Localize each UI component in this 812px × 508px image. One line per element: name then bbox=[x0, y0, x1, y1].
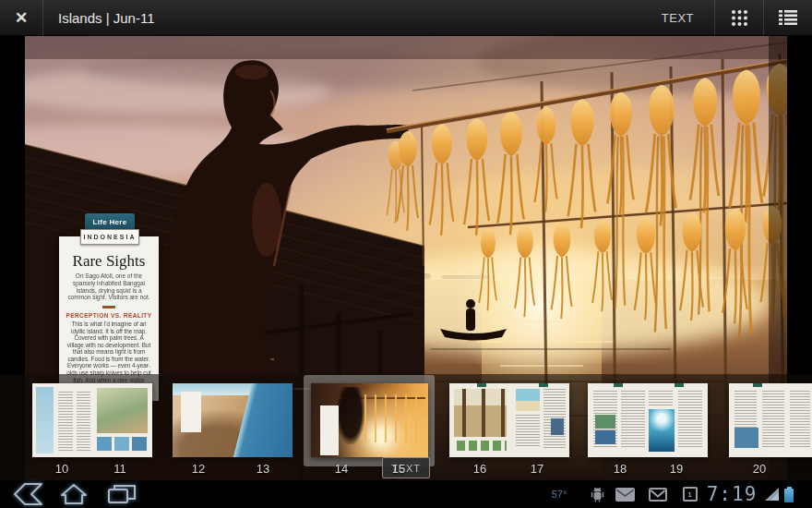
signal-strength-icon[interactable] bbox=[764, 480, 781, 508]
text-mode-button[interactable]: TEXT bbox=[641, 0, 714, 35]
temperature-readout[interactable]: 57° bbox=[544, 480, 574, 508]
magazine-title: Islands | Jun-11 bbox=[58, 0, 155, 35]
thumbnail-pages-18-19[interactable] bbox=[588, 383, 708, 457]
page-number: 15 bbox=[385, 462, 412, 476]
page-number: 17 bbox=[523, 462, 551, 476]
gmail-icon bbox=[649, 488, 667, 502]
page-number: 14 bbox=[328, 462, 355, 476]
usb-debug-icon[interactable] bbox=[587, 480, 607, 508]
action-bar: ✕ Islands | Jun-11 TEXT bbox=[0, 0, 812, 36]
system-bar: 57° bbox=[0, 480, 812, 508]
thumbnail-pages-12-13[interactable] bbox=[173, 383, 293, 457]
battery-body bbox=[784, 489, 794, 502]
calendar-notification-icon[interactable]: 1 bbox=[680, 480, 699, 508]
page-number: 11 bbox=[106, 462, 134, 476]
grid-view-icon bbox=[731, 9, 748, 27]
page-number: 18 bbox=[606, 462, 634, 476]
gmail-notification-icon[interactable] bbox=[646, 480, 669, 508]
battery-icon[interactable] bbox=[782, 480, 795, 508]
thumbnail-pages-10-11[interactable] bbox=[32, 383, 152, 457]
android-bug-icon bbox=[590, 486, 605, 502]
recent-apps-icon bbox=[106, 482, 137, 506]
recent-apps-button[interactable] bbox=[102, 480, 142, 508]
actionbar-divider bbox=[42, 0, 43, 35]
page-number: 10 bbox=[48, 462, 76, 476]
clock[interactable]: 7:19 bbox=[701, 480, 762, 508]
page-number: 12 bbox=[185, 462, 212, 476]
thumbnail-page-20[interactable] bbox=[729, 383, 812, 457]
page-number: 13 bbox=[249, 462, 277, 476]
home-icon bbox=[59, 482, 89, 506]
home-button[interactable] bbox=[55, 480, 92, 508]
page-number: 16 bbox=[466, 462, 494, 476]
page-number: 20 bbox=[746, 462, 773, 476]
life-here-tab[interactable]: Life Here bbox=[85, 213, 135, 230]
article-title: Rare Sights bbox=[59, 253, 159, 269]
back-icon bbox=[12, 482, 43, 506]
region-kicker: INDONESIA bbox=[80, 229, 139, 245]
list-view-icon bbox=[779, 10, 797, 25]
signal-triangle-icon bbox=[765, 488, 780, 501]
grid-view-button[interactable] bbox=[715, 0, 763, 35]
tablet-screen: ✕ Islands | Jun-11 TEXT bbox=[0, 0, 812, 508]
email-notification-icon[interactable] bbox=[613, 480, 637, 508]
thumbnail-pages-16-17[interactable] bbox=[449, 383, 569, 457]
article-dek: On Sago Atoll, one of the sparsely inhab… bbox=[59, 272, 159, 301]
calendar-icon: 1 bbox=[683, 487, 698, 502]
list-view-button[interactable] bbox=[764, 0, 812, 35]
actionbar-actions: TEXT bbox=[641, 0, 812, 35]
page-filmstrip: 10 11 12 13 14 TEXT 15 16 17 18 19 20 bbox=[0, 374, 812, 480]
envelope-icon bbox=[615, 488, 635, 502]
thumbnail-pages-14-15-selected[interactable] bbox=[311, 383, 428, 457]
section-heading: PERCEPTION VS. REALITY bbox=[59, 312, 159, 319]
back-button[interactable] bbox=[9, 480, 46, 508]
close-icon: ✕ bbox=[15, 8, 28, 28]
page-number: 19 bbox=[663, 462, 690, 476]
section-divider bbox=[102, 306, 115, 308]
close-button[interactable]: ✕ bbox=[0, 0, 42, 35]
